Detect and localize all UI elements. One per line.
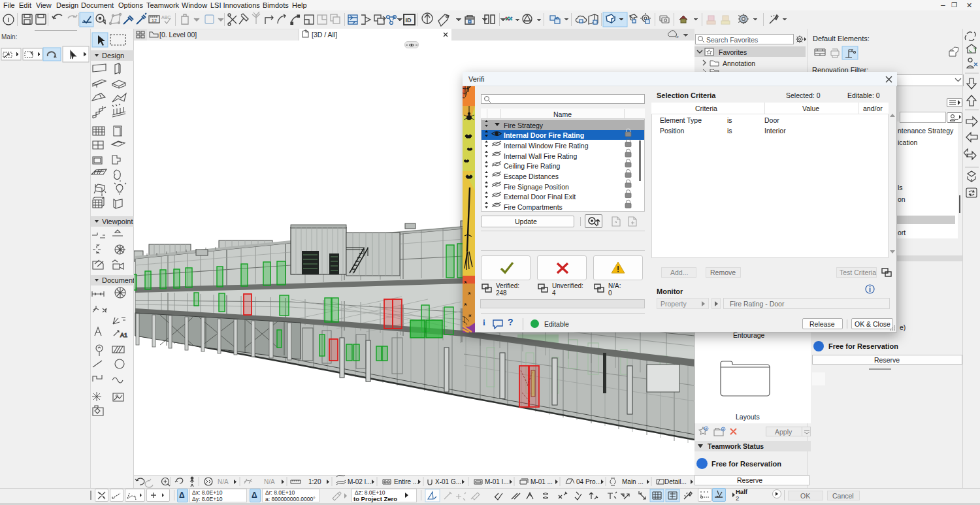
- svg-text:Main ...: Main ...: [622, 478, 644, 485]
- svg-text:Design: Design: [102, 52, 124, 59]
- svg-text:Detail...: Detail...: [664, 478, 687, 485]
- svg-text:[3D / All]: [3D / All]: [312, 31, 337, 39]
- svg-text:Entire ...: Entire ...: [394, 478, 418, 485]
- svg-text:Iz: Iz: [676, 35, 679, 39]
- svg-text:ABC: ABC: [161, 15, 171, 20]
- svg-text:04 Pro...: 04 Pro...: [576, 478, 601, 485]
- svg-text:X-01 G...: X-01 G...: [435, 478, 461, 485]
- svg-text:M-01 ...: M-01 ...: [531, 478, 553, 485]
- svg-text:M-01 I...: M-01 I...: [485, 478, 509, 485]
- svg-text:Document: Document: [102, 276, 134, 284]
- svg-text:Viewpoint: Viewpoint: [102, 218, 133, 225]
- svg-text:ID: ID: [406, 17, 412, 24]
- svg-text:N/A: N/A: [264, 478, 275, 485]
- svg-text:A1: A1: [120, 332, 127, 338]
- svg-text:[0. Level 00]: [0. Level 00]: [159, 31, 197, 39]
- svg-text:N/A: N/A: [218, 478, 229, 485]
- svg-text:12: 12: [152, 18, 157, 23]
- svg-text:1:20: 1:20: [308, 478, 321, 485]
- svg-text:M-02 I...: M-02 I...: [348, 478, 372, 485]
